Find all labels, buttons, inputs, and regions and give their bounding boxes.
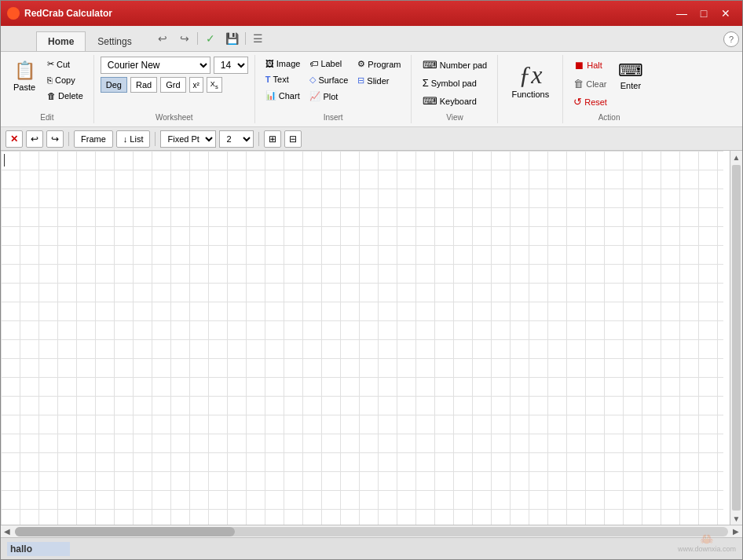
edit-group: 📋 Paste ✂ Cut ⎘ Copy 🗑	[1, 55, 94, 123]
symbol-pad-icon: Σ	[423, 77, 429, 89]
toolbar-btn-1[interactable]: ⊞	[264, 130, 281, 148]
slider-icon: ⊟	[357, 75, 364, 86]
font-row: Courier New 14	[101, 57, 248, 74]
content-area: ▲ ▼ ◀ ▶ hallo 🦀 www.downxia.com	[1, 151, 742, 559]
image-icon: 🖼	[265, 59, 274, 68]
list-button[interactable]: ↓ List	[116, 130, 151, 148]
number-selector[interactable]: 2	[219, 130, 254, 148]
image-button[interactable]: 🖼 Image	[262, 57, 305, 71]
window-title: RedCrab Calculator	[24, 8, 672, 19]
ribbon-tabs: ▼ Home Settings ↩ ↪ ✓ 💾 ☰ ?	[1, 26, 742, 52]
plot-button[interactable]: 📈 Plot	[306, 89, 352, 104]
window-controls: — □ ✕	[672, 5, 736, 21]
copy-button[interactable]: ⎘ Copy	[43, 73, 87, 87]
surface-button[interactable]: ◇ Surface	[306, 72, 352, 87]
text-button[interactable]: T Text	[262, 72, 305, 86]
toolbar-undo[interactable]: ↩	[26, 130, 43, 148]
worksheet[interactable]	[1, 151, 730, 525]
insert-group-label: Insert	[324, 110, 343, 122]
worksheet-group: Courier New 14 Deg Rad Grd x² Xs Edit	[94, 55, 255, 123]
scroll-up[interactable]: ▲	[730, 151, 742, 163]
label-button[interactable]: 🏷 Label	[306, 57, 352, 71]
action-group-label: Action	[598, 110, 620, 122]
grid-canvas	[1, 151, 723, 525]
action-group: ⏹ Halt 🗑 Clear ↺ Reset ⌨	[563, 55, 655, 123]
x2-button[interactable]: x²	[189, 77, 203, 93]
rad-button[interactable]: Rad	[130, 77, 157, 93]
watermark: 🦀 www.downxia.com	[678, 533, 736, 553]
angle-row: Deg Rad Grd x² Xs	[101, 77, 222, 93]
edit-group-content: 📋 Paste ✂ Cut ⎘ Copy 🗑	[7, 57, 87, 110]
insert-group: 🖼 Image T Text 📊 Chart	[255, 55, 412, 123]
delete-button[interactable]: 🗑 Delete	[43, 89, 87, 103]
program-button[interactable]: ⚙ Program	[353, 57, 404, 71]
list-icon: ↓	[123, 134, 128, 144]
reset-button[interactable]: ↺ Reset	[569, 93, 611, 110]
tab-settings[interactable]: Settings	[86, 31, 143, 51]
fixed-pt-selector[interactable]: Fixed Pt	[160, 130, 216, 148]
title-bar: RedCrab Calculator — □ ✕	[1, 1, 742, 26]
grd-button[interactable]: Grd	[160, 77, 185, 93]
status-bar: hallo 🦀 www.downxia.com	[1, 537, 742, 559]
chart-icon: 📊	[265, 90, 276, 101]
functions-group: ƒx Functions	[498, 55, 563, 123]
tab-home[interactable]: Home	[36, 31, 86, 51]
xs-button[interactable]: Xs	[207, 77, 222, 93]
cut-icon: ✂	[47, 59, 54, 69]
cut-button[interactable]: ✂ Cut	[43, 57, 87, 71]
toolbar-sep-3	[258, 132, 259, 146]
program-icon: ⚙	[357, 59, 365, 69]
close-small-button[interactable]: ✕	[5, 130, 23, 148]
view-group-label: View	[446, 110, 463, 122]
deg-button[interactable]: Deg	[101, 77, 127, 93]
help-button[interactable]: ?	[723, 31, 739, 47]
frame-button[interactable]: Frame	[74, 130, 113, 148]
halt-button[interactable]: ⏹ Halt	[569, 57, 611, 74]
enter-button[interactable]: ⌨ Enter	[613, 57, 649, 94]
action-content: ⏹ Halt 🗑 Clear ↺ Reset ⌨	[569, 57, 649, 110]
toolbar-btn-2[interactable]: ⊟	[284, 130, 302, 148]
scroll-track-h	[15, 527, 728, 536]
halt-icon: ⏹	[573, 59, 584, 71]
symbol-pad-button[interactable]: Σ Symbol pad	[419, 75, 492, 91]
undo-button[interactable]: ↩	[153, 29, 172, 48]
copy-icon: ⎘	[47, 75, 53, 85]
scrollbar-vertical: ▲ ▼	[730, 151, 742, 525]
toolbar-redo[interactable]: ↪	[46, 130, 64, 148]
view-group: ⌨ Number pad Σ Symbol pad ⌨ Keyboard Vie…	[412, 55, 498, 123]
clear-button[interactable]: 🗑 Clear	[569, 75, 611, 92]
redo-button[interactable]: ↪	[175, 29, 194, 48]
chart-button[interactable]: 📊 Chart	[262, 88, 305, 103]
size-selector[interactable]: 14	[214, 57, 248, 74]
keyboard-button[interactable]: ⌨ Keyboard	[419, 93, 492, 109]
fx-icon: ƒx	[518, 60, 542, 90]
toolbar-sep-2	[155, 132, 156, 146]
save-button[interactable]: 💾	[223, 29, 242, 48]
delete-icon: 🗑	[47, 91, 56, 101]
worksheet-content: Courier New 14 Deg Rad Grd x² Xs	[101, 57, 248, 110]
worksheet-group-label: Worksheet	[156, 110, 193, 122]
plot-icon: 📈	[309, 91, 320, 101]
slider-button[interactable]: ⊟ Slider	[353, 73, 404, 88]
scroll-left[interactable]: ◀	[1, 525, 13, 538]
close-button[interactable]: ✕	[716, 5, 736, 21]
functions-button[interactable]: ƒx Functions	[504, 57, 556, 103]
app-window: RedCrab Calculator — □ ✕ ▼ Home Settings…	[0, 0, 743, 560]
minimize-button[interactable]: —	[672, 5, 692, 21]
paste-button[interactable]: 📋 Paste	[7, 57, 42, 96]
clear-icon: 🗑	[573, 78, 584, 90]
view-content: ⌨ Number pad Σ Symbol pad ⌨ Keyboard	[419, 57, 492, 110]
scroll-down[interactable]: ▼	[730, 512, 742, 525]
number-pad-button[interactable]: ⌨ Number pad	[419, 57, 492, 73]
worksheet-area: ▲ ▼	[1, 151, 742, 525]
action-col-1: ⏹ Halt 🗑 Clear ↺ Reset	[569, 57, 611, 110]
maximize-button[interactable]: □	[694, 5, 714, 21]
menu-button[interactable]: ☰	[249, 29, 268, 48]
check-button[interactable]: ✓	[201, 29, 220, 48]
scroll-thumb-h[interactable]	[15, 527, 235, 536]
insert-content: 🖼 Image T Text 📊 Chart	[262, 57, 405, 110]
scroll-thumb-v[interactable]	[732, 165, 741, 511]
insert-col-2: 🏷 Label ◇ Surface 📈 Plot	[306, 57, 352, 104]
insert-col-3: ⚙ Program ⊟ Slider	[353, 57, 404, 88]
font-selector[interactable]: Courier New	[101, 57, 210, 74]
